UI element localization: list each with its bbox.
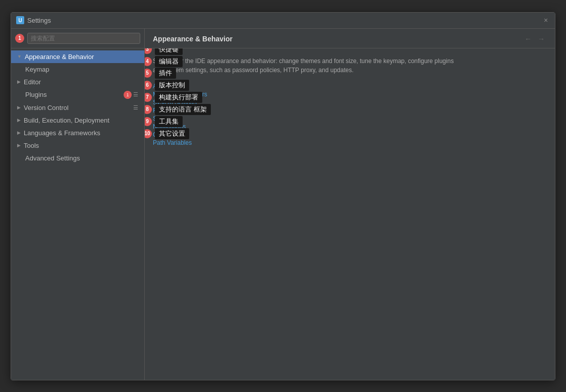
- sidebar-item-languages[interactable]: ▶ Languages & Frameworks: [11, 127, 144, 139]
- sidebar-item-label: Version Control: [24, 104, 69, 111]
- tip-badge-4: 4: [145, 57, 152, 66]
- sidebar-item-appearance[interactable]: ▼ Appearance & Behavior: [11, 50, 144, 63]
- sidebar-item-label: Advanced Settings: [25, 154, 80, 162]
- vc-icon-container: ☰: [133, 104, 138, 111]
- chevron-right-icon: ▶: [17, 118, 21, 123]
- vc-icon: ☰: [133, 104, 138, 111]
- main-panel: Appearance & Behavior ← → Settings for t…: [145, 29, 555, 380]
- section-scopes[interactable]: Scopes: [153, 115, 547, 122]
- sidebar-item-tools[interactable]: ▶ Tools: [11, 139, 144, 152]
- tip-badge-8: 8: [145, 105, 152, 114]
- tooltip-3: 3 快捷键: [145, 48, 183, 55]
- tip-badge-6: 6: [145, 81, 152, 90]
- tooltip-10: 10 其它设置: [145, 128, 189, 139]
- tip-badge-3: 3: [145, 48, 152, 54]
- title-bar-left: U Settings: [16, 16, 51, 24]
- settings-window: U Settings × 1 ▼ Appearance & Behavior K…: [11, 12, 555, 380]
- chevron-right-icon: ▶: [17, 143, 21, 148]
- main-description: Settings for the IDE appearance and beha…: [153, 57, 456, 75]
- tip-badge-5: 5: [145, 69, 152, 78]
- title-bar: U Settings ×: [11, 13, 555, 29]
- tip-label-4: 编辑器: [155, 56, 183, 67]
- sidebar-item-version-control[interactable]: ▶ Version Control ☰: [11, 101, 144, 114]
- section-system[interactable]: System Settings: [153, 99, 547, 106]
- section-appearance[interactable]: Appearance: [153, 83, 547, 90]
- section-notifications[interactable]: Notifications: [153, 123, 547, 130]
- plugins-badge: 1: [124, 91, 132, 99]
- sidebar-item-label: Appearance & Behavior: [25, 53, 94, 61]
- sidebar: 1 ▼ Appearance & Behavior Keymap ▶ Edito…: [11, 29, 145, 380]
- forward-arrow[interactable]: →: [536, 34, 547, 44]
- sidebar-item-label: Tools: [24, 142, 39, 149]
- close-button[interactable]: ×: [542, 16, 550, 24]
- search-input[interactable]: [27, 33, 140, 44]
- sidebar-item-label: Plugins: [25, 91, 47, 98]
- section-filecolors[interactable]: File Colors: [153, 107, 547, 114]
- main-title: Appearance & Behavior: [153, 35, 233, 43]
- tip-label-10: 其它设置: [155, 128, 189, 139]
- tip-label-7: 构建执行部署: [155, 92, 202, 103]
- back-arrow[interactable]: ←: [523, 34, 534, 44]
- window-title: Settings: [27, 17, 51, 24]
- tip-badge-9: 9: [145, 117, 152, 126]
- search-badge: 1: [15, 34, 24, 43]
- tooltip-5: 5 插件: [145, 68, 176, 79]
- tip-label-9: 工具集: [155, 116, 183, 127]
- sidebar-item-label: Keymap: [25, 66, 49, 73]
- tooltip-8: 8 支持的语言 框架: [145, 104, 211, 115]
- tip-label-3: 快捷键: [155, 48, 183, 55]
- sidebar-item-label: Languages & Frameworks: [24, 129, 100, 137]
- plugins-badge-container: 1 ☰: [124, 91, 138, 99]
- plugins-icon: ☰: [133, 91, 138, 98]
- tooltip-4: 4 编辑器: [145, 56, 183, 67]
- chevron-right-icon: ▶: [17, 130, 21, 135]
- app-icon: U: [16, 16, 24, 24]
- sections-list: Appearance Menus and Toolbars System Set…: [153, 83, 547, 146]
- sidebar-item-keymap[interactable]: Keymap: [11, 63, 144, 76]
- main-header: Appearance & Behavior ← →: [145, 29, 555, 48]
- section-quicklists[interactable]: Quick Lists: [153, 131, 547, 138]
- tooltip-6: 6 版本控制: [145, 80, 189, 91]
- tip-badge-7: 7: [145, 93, 152, 102]
- chevron-down-icon: ▼: [17, 54, 22, 59]
- sidebar-item-editor[interactable]: ▶ Editor: [11, 76, 144, 88]
- tip-label-8: 支持的语言 框架: [155, 104, 211, 115]
- chevron-right-icon: ▶: [17, 79, 21, 84]
- sidebar-item-label: Build, Execution, Deployment: [24, 117, 109, 124]
- nav-items: ▼ Appearance & Behavior Keymap ▶ Editor …: [11, 48, 144, 380]
- main-body: Settings for the IDE appearance and beha…: [145, 48, 555, 380]
- sidebar-item-plugins[interactable]: Plugins 1 ☰: [11, 88, 144, 101]
- nav-arrows: ← →: [523, 34, 547, 44]
- content-area: 1 ▼ Appearance & Behavior Keymap ▶ Edito…: [11, 29, 555, 380]
- sidebar-item-label: Editor: [24, 78, 41, 86]
- tip-label-5: 插件: [155, 68, 176, 79]
- tip-label-6: 版本控制: [155, 80, 189, 91]
- section-path[interactable]: Path Variables: [153, 139, 547, 146]
- tooltip-7: 7 构建执行部署: [145, 92, 202, 103]
- tooltip-9: 9 工具集: [145, 116, 183, 127]
- section-menus[interactable]: Menus and Toolbars: [153, 91, 547, 98]
- sidebar-item-advanced[interactable]: Advanced Settings: [11, 152, 144, 164]
- chevron-right-icon: ▶: [17, 105, 21, 110]
- sidebar-item-build[interactable]: ▶ Build, Execution, Deployment: [11, 114, 144, 127]
- tip-badge-10: 10: [145, 129, 152, 138]
- search-bar: 1: [11, 29, 144, 48]
